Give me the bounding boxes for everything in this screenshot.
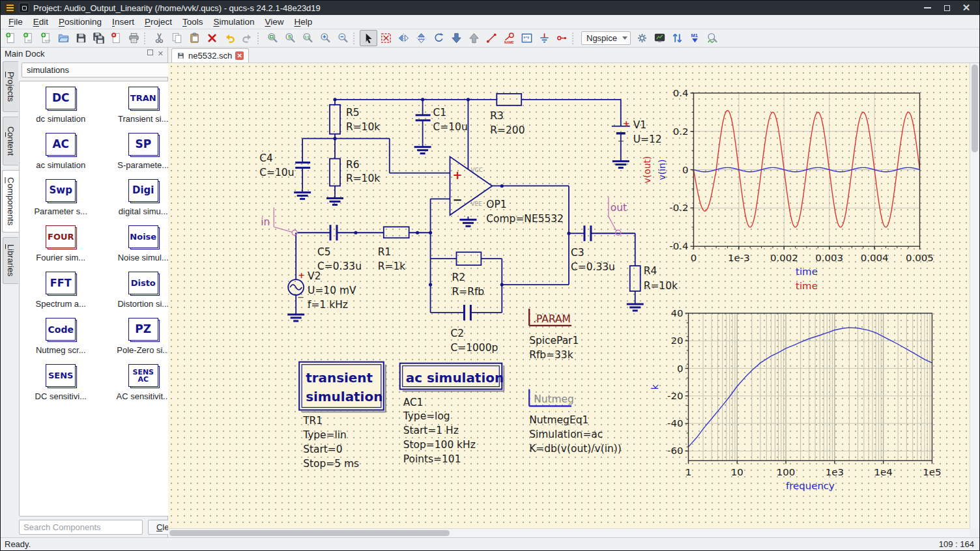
sidebar-tab-content[interactable]: Content [3, 117, 18, 165]
menu-simulation[interactable]: Simulation [208, 16, 259, 28]
schematic-label[interactable]: + [623, 119, 630, 128]
axis-label[interactable]: frequency [786, 480, 835, 492]
schematic-label[interactable]: V1 [633, 119, 646, 131]
palette-item-code[interactable]: CodeNutmeg scr... [20, 318, 102, 364]
schematic-label[interactable]: C3 [571, 247, 584, 259]
close-document-button[interactable] [108, 30, 125, 46]
menu-positioning[interactable]: Positioning [53, 16, 107, 28]
x-tick-label[interactable]: 1e-3 [728, 252, 750, 264]
copy-button[interactable] [168, 30, 186, 46]
y-tick-label[interactable]: 20 [670, 335, 683, 346]
y-tick-label[interactable]: -40 [667, 417, 683, 429]
schematic-label[interactable]: R5 [346, 107, 360, 119]
new-text-document-button[interactable]: txt [20, 30, 37, 46]
insert-marker-button[interactable]: M1 [686, 30, 704, 46]
schematic-label[interactable]: Type=log [403, 410, 450, 422]
minimize-button[interactable] [921, 3, 934, 13]
schematic-label[interactable]: U=10 mV [308, 285, 356, 296]
palette-item-sens[interactable]: SENSDC sensitivi... [20, 364, 102, 410]
menu-file[interactable]: File [3, 16, 28, 28]
schematic-label[interactable]: R=200 [490, 124, 525, 136]
schematic-canvas[interactable]: R5R=10kC1C=10uR3R=200V1U=12+−C4C=10uR6R=… [168, 63, 970, 528]
mirror-vertical-button[interactable] [395, 30, 412, 46]
schematic-label[interactable]: C=10u [433, 121, 468, 133]
horizontal-scrollbar-thumb[interactable] [169, 530, 450, 536]
x-tick-label[interactable]: 0.005 [906, 252, 934, 264]
deactivate-component-button[interactable] [377, 30, 395, 46]
y-tick-label[interactable]: -0.2 [669, 202, 688, 214]
sidebar-tab-libraries[interactable]: Libraries [3, 237, 18, 284]
component-category-select[interactable]: simulations [22, 63, 182, 78]
menu-help[interactable]: Help [289, 16, 318, 28]
schematic-label[interactable]: Stop=100 kHz [403, 439, 476, 451]
insert-equation-button[interactable]: x=yu+i [518, 30, 536, 46]
close-button[interactable]: ✕ [960, 3, 973, 13]
axis-label[interactable]: time [796, 266, 818, 277]
schematic-label[interactable]: VEE [470, 201, 482, 207]
schematic-label[interactable]: NutmegEq1 [529, 414, 588, 426]
zoom-selection-button[interactable]: S [281, 30, 299, 46]
schematic-label[interactable]: C=1000p [451, 342, 498, 354]
save-button[interactable] [72, 30, 90, 46]
horizontal-scrollbar[interactable] [168, 528, 970, 537]
x-tick-label[interactable]: 0.004 [861, 252, 889, 264]
schematic-label[interactable]: C=0.33u [571, 261, 615, 273]
schematic-label[interactable]: − [297, 292, 304, 302]
zoom-out-button[interactable] [334, 30, 352, 46]
cut-button[interactable] [151, 30, 168, 46]
schematic-label[interactable]: + [298, 270, 305, 280]
print-button[interactable] [125, 30, 143, 46]
schematic-label[interactable]: out [611, 202, 627, 214]
schematic-label[interactable]: U=12 [633, 134, 662, 145]
new-symbol-button[interactable]: sym [37, 30, 55, 46]
schematic-label[interactable]: R=Rfb [452, 286, 485, 298]
delete-button[interactable] [203, 30, 221, 46]
view-data-display-button[interactable] [651, 30, 669, 46]
schematic-label[interactable]: C4 [259, 152, 273, 164]
go-into-subcircuit-button[interactable] [448, 30, 465, 46]
insert-port-button[interactable] [553, 30, 571, 46]
y-tick-label[interactable]: -60 [667, 445, 683, 457]
vertical-scrollbar[interactable] [970, 63, 979, 528]
schematic-label[interactable]: VCC [470, 167, 483, 173]
axis-label[interactable]: v(out) [642, 156, 652, 184]
rotate-button[interactable] [430, 30, 448, 46]
x-tick-label[interactable]: 0.002 [770, 252, 798, 264]
schematic-label[interactable]: transient [306, 370, 373, 386]
exchange-schematic-data-button[interactable] [669, 30, 686, 46]
tab-close-icon[interactable]: ✕ [235, 51, 244, 60]
x-tick-label[interactable]: 1e4 [874, 466, 893, 478]
simulator-select[interactable]: Ngspice [581, 31, 631, 45]
schematic-label[interactable]: C1 [433, 107, 447, 119]
document-tab[interactable]: ne5532.sch ✕ [171, 48, 249, 63]
schematic-label[interactable]: .PARAM [533, 313, 571, 325]
schematic-label[interactable]: R4 [644, 265, 657, 277]
open-file-button[interactable] [55, 30, 72, 46]
simulate-button[interactable] [633, 30, 651, 46]
x-tick-label[interactable]: 1e5 [923, 466, 941, 478]
schematic-label[interactable]: R=1k [378, 261, 405, 272]
redo-button[interactable] [238, 30, 256, 46]
dock-float-icon[interactable] [147, 49, 153, 55]
save-all-button[interactable] [90, 30, 108, 46]
axis-label[interactable]: k [650, 384, 660, 389]
time-domain-plot[interactable]: 01e-30.0020.0030.0040.0050.40.20-0.2-0.4… [642, 87, 934, 292]
window-menu-icon[interactable] [19, 3, 29, 13]
schematic-label[interactable]: K=db(v(out)/v(in)) [529, 443, 622, 455]
y-tick-label[interactable]: 0.2 [673, 126, 689, 137]
schematic-label[interactable]: Simulation=ac [529, 429, 603, 440]
y-tick-label[interactable]: 0 [682, 164, 689, 176]
schematic-label[interactable]: R1 [378, 246, 392, 258]
schematic-label[interactable]: R3 [490, 110, 504, 122]
paste-button[interactable] [186, 30, 203, 46]
palette-item-ac[interactable]: ACac simulation [20, 133, 102, 179]
pop-out-button[interactable] [465, 30, 483, 46]
schematic-label[interactable]: R2 [452, 272, 466, 283]
probe-data-button[interactable] [704, 30, 721, 46]
insert-ground-button[interactable] [536, 30, 553, 46]
x-tick-label[interactable]: 1 [685, 466, 692, 478]
schematic-label[interactable]: Nutmeg [534, 393, 574, 405]
schematic-label[interactable]: Type=lin [302, 429, 347, 441]
schematic-label[interactable]: Rfb=33k [529, 349, 573, 361]
menu-view[interactable]: View [259, 16, 289, 28]
